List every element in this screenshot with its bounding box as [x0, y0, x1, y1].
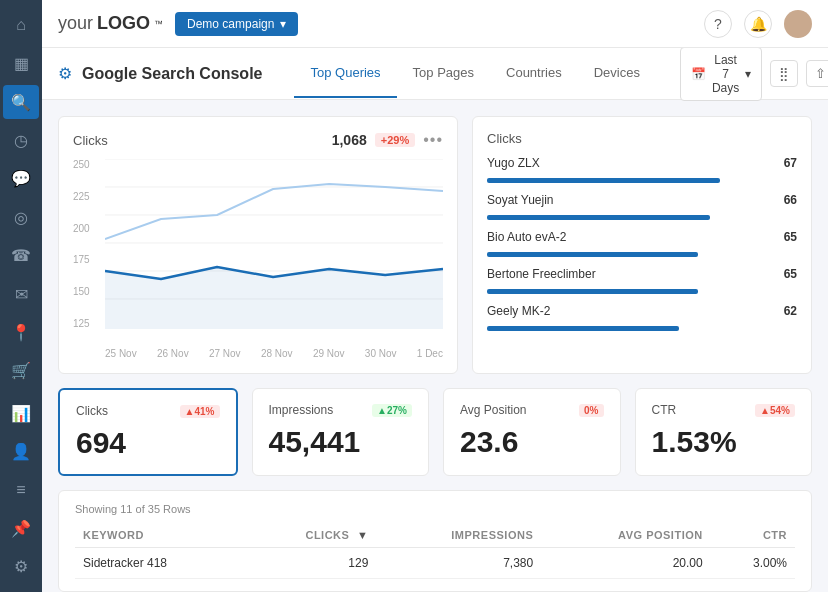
kpi-badge-avg-position: 0% — [579, 404, 603, 417]
sidebar-icon-location[interactable]: 📍 — [3, 315, 39, 349]
sidebar-icon-cart[interactable]: 🛒 — [3, 354, 39, 388]
metric-bar-row-2 — [487, 215, 797, 220]
kpi-header-impressions: Impressions ▲27% — [269, 403, 413, 417]
metric-row-1: Yugo ZLX 67 — [487, 156, 797, 170]
kpi-header-ctr: CTR ▲54% — [652, 403, 796, 417]
columns-button[interactable]: ⣿ — [770, 60, 798, 87]
metric-label-2: Soyat Yuejin — [487, 193, 769, 207]
tab-countries[interactable]: Countries — [490, 49, 578, 98]
kpi-card-impressions[interactable]: Impressions ▲27% 45,441 — [252, 388, 430, 476]
sidebar-icon-dashboard[interactable]: ▦ — [3, 46, 39, 80]
date-range-button[interactable]: 📅 Last 7 Days ▾ — [680, 48, 762, 101]
dashboard-body: Clicks 1,068 +29% ••• 250 225 200 175 15… — [42, 100, 828, 592]
top-bar: your LOGO ™ Demo campaign ▾ ? 🔔 — [42, 0, 828, 48]
tab-top-queries[interactable]: Top Queries — [294, 49, 396, 98]
tab-top-pages[interactable]: Top Pages — [397, 49, 490, 98]
tabs: Top Queries Top Pages Countries Devices — [294, 49, 655, 98]
sidebar-icon-home[interactable]: ⌂ — [3, 8, 39, 42]
sidebar-icon-search[interactable]: 🔍 — [3, 85, 39, 119]
sidebar-icon-settings[interactable]: ⚙ — [3, 550, 39, 584]
cell-avg-position: 20.00 — [541, 548, 710, 579]
notifications-button[interactable]: 🔔 — [744, 10, 772, 38]
metric-value-5: 62 — [769, 304, 797, 318]
kpi-title-ctr: CTR — [652, 403, 677, 417]
sidebar-icon-chat[interactable]: 💬 — [3, 162, 39, 196]
date-range-label: Last 7 Days — [712, 53, 739, 95]
top-row: Clicks 1,068 +29% ••• 250 225 200 175 15… — [58, 116, 812, 374]
table-section: Showing 11 of 35 Rows KEYWORD CLICKS ▼ I… — [58, 490, 812, 592]
sidebar-icon-graph[interactable]: 📊 — [3, 396, 39, 430]
chart-card-header: Clicks 1,068 +29% ••• — [73, 131, 443, 149]
logo: your LOGO ™ — [58, 13, 163, 34]
sidebar-icon-eye[interactable]: ◎ — [3, 200, 39, 234]
kpi-header-avg-position: Avg Position 0% — [460, 403, 604, 417]
help-button[interactable]: ? — [704, 10, 732, 38]
table-row: Sidetracker 418 129 7,380 20.00 3.00% — [75, 548, 795, 579]
kpi-title-clicks: Clicks — [76, 404, 108, 418]
sidebar-icon-pin[interactable]: 📌 — [3, 511, 39, 545]
kpi-value-avg-position: 23.6 — [460, 425, 604, 459]
kpi-card-avg-position[interactable]: Avg Position 0% 23.6 — [443, 388, 621, 476]
sort-icon-clicks: ▼ — [357, 529, 368, 541]
chart-menu-button[interactable]: ••• — [423, 131, 443, 149]
cell-keyword: Sidetracker 418 — [75, 548, 243, 579]
kpi-value-ctr: 1.53% — [652, 425, 796, 459]
kpi-badge-clicks: ▲41% — [180, 405, 220, 418]
sidebar-icon-user[interactable]: 👤 — [3, 434, 39, 468]
avatar[interactable] — [784, 10, 812, 38]
page-content: ⚙ Google Search Console Top Queries Top … — [42, 48, 828, 592]
clicks-chart-card: Clicks 1,068 +29% ••• 250 225 200 175 15… — [58, 116, 458, 374]
date-chevron-icon: ▾ — [745, 67, 751, 81]
calendar-icon: 📅 — [691, 67, 706, 81]
logo-logo: LOGO — [97, 13, 150, 34]
metric-bar-row-5 — [487, 326, 797, 331]
kpi-badge-ctr: ▲54% — [755, 404, 795, 417]
tab-devices[interactable]: Devices — [578, 49, 656, 98]
sidebar: ⌂ ▦ 🔍 ◷ 💬 ◎ ☎ ✉ 📍 🛒 📊 👤 ≡ 📌 ⚙ — [0, 0, 42, 592]
metric-bar-5 — [487, 326, 679, 331]
metrics-panel: Clicks Yugo ZLX 67 Soyat Yuejin 66 — [472, 116, 812, 374]
chart-value: 1,068 — [332, 132, 367, 148]
logo-tm: ™ — [154, 19, 163, 29]
page-header: ⚙ Google Search Console Top Queries Top … — [42, 48, 828, 100]
chart-area: 250 225 200 175 150 125 — [73, 159, 443, 359]
share-icon: ⇧ — [815, 66, 826, 81]
sidebar-icon-list[interactable]: ≡ — [3, 473, 39, 507]
kpi-header-clicks: Clicks ▲41% — [76, 404, 220, 418]
kpi-card-clicks[interactable]: Clicks ▲41% 694 — [58, 388, 238, 476]
metric-bar-row-3 — [487, 252, 797, 257]
col-impressions: IMPRESSIONS — [376, 523, 541, 548]
demo-campaign-button[interactable]: Demo campaign ▾ — [175, 12, 298, 36]
kpi-title-impressions: Impressions — [269, 403, 334, 417]
col-clicks[interactable]: CLICKS ▼ — [243, 523, 376, 548]
kpi-value-impressions: 45,441 — [269, 425, 413, 459]
demo-chevron-icon: ▾ — [280, 17, 286, 31]
chart-badge: +29% — [375, 133, 415, 147]
metric-label-3: Bio Auto evA-2 — [487, 230, 769, 244]
kpi-row: Clicks ▲41% 694 Impressions ▲27% 45,441 … — [58, 388, 812, 476]
metric-row-3: Bio Auto evA-2 65 — [487, 230, 797, 244]
metric-row-2: Soyat Yuejin 66 — [487, 193, 797, 207]
metric-bar-row-4 — [487, 289, 797, 294]
chart-x-labels: 25 Nov 26 Nov 27 Nov 28 Nov 29 Nov 30 No… — [105, 335, 443, 359]
share-button[interactable]: ⇧ — [806, 60, 828, 87]
kpi-card-ctr[interactable]: CTR ▲54% 1.53% — [635, 388, 813, 476]
demo-campaign-label: Demo campaign — [187, 17, 274, 31]
chart-svg-container — [105, 159, 443, 329]
help-icon: ? — [714, 16, 722, 32]
sidebar-icon-phone[interactable]: ☎ — [3, 238, 39, 272]
top-bar-right: ? 🔔 — [704, 10, 812, 38]
sidebar-icon-clock[interactable]: ◷ — [3, 123, 39, 157]
metric-bar-3 — [487, 252, 698, 257]
metric-label-5: Geely MK-2 — [487, 304, 769, 318]
main-container: your LOGO ™ Demo campaign ▾ ? 🔔 ⚙ Google… — [42, 0, 828, 592]
bell-icon: 🔔 — [750, 16, 767, 32]
sidebar-icon-mail[interactable]: ✉ — [3, 277, 39, 311]
cell-impressions: 7,380 — [376, 548, 541, 579]
table-header-row: KEYWORD CLICKS ▼ IMPRESSIONS AVG POSITIO… — [75, 523, 795, 548]
col-keyword: KEYWORD — [75, 523, 243, 548]
chart-y-labels: 250 225 200 175 150 125 — [73, 159, 103, 329]
metric-value-3: 65 — [769, 230, 797, 244]
kpi-title-avg-position: Avg Position — [460, 403, 527, 417]
metric-row-5: Geely MK-2 62 — [487, 304, 797, 318]
